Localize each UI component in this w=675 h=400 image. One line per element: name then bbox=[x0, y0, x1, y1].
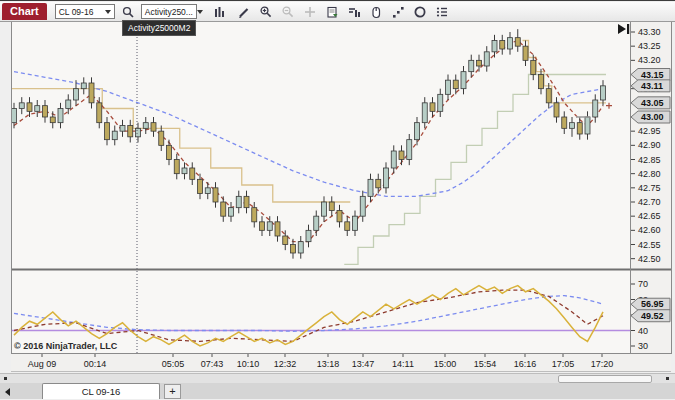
candle-body bbox=[291, 245, 296, 254]
zoom-out-icon bbox=[278, 4, 298, 20]
candle-body bbox=[531, 60, 536, 74]
candle-body bbox=[105, 123, 110, 140]
candle-body bbox=[407, 140, 412, 160]
price-tick-label: 42.55 bbox=[638, 240, 661, 250]
candle-body bbox=[415, 123, 420, 140]
instrument-selector[interactable]: CL 09-16 bbox=[55, 4, 115, 19]
candle-body bbox=[19, 103, 24, 109]
candle-body bbox=[562, 117, 567, 128]
time-tick-label: 12:32 bbox=[274, 359, 297, 369]
candle-body bbox=[50, 117, 55, 123]
scrollbar-thumb[interactable] bbox=[558, 375, 652, 383]
candle-body bbox=[430, 103, 435, 112]
candle-body bbox=[260, 222, 265, 231]
candle-body bbox=[492, 41, 497, 52]
properties-icon[interactable] bbox=[432, 4, 452, 20]
candle-body bbox=[515, 38, 520, 47]
candle-body bbox=[446, 80, 451, 94]
price-tick-label: 42.90 bbox=[638, 140, 661, 150]
instrument-selector-value: CL 09-16 bbox=[59, 7, 94, 17]
candle-body bbox=[112, 131, 117, 140]
candle-body bbox=[236, 196, 241, 207]
data-series-icon[interactable] bbox=[388, 4, 408, 20]
candle-body bbox=[306, 230, 311, 241]
candle-body bbox=[329, 202, 334, 211]
candle-body bbox=[252, 208, 257, 222]
scrollbar-right-grip[interactable] bbox=[666, 377, 669, 380]
candle-body bbox=[577, 123, 582, 134]
copyright-text: © 2016 NinjaTrader, LLC bbox=[14, 341, 117, 351]
candle-body bbox=[205, 188, 210, 194]
chart-toolbar: Chart CL 09-16 Activity250... bbox=[0, 2, 675, 22]
time-tick-label: 05:05 bbox=[162, 359, 185, 369]
price-tick-label: 42.65 bbox=[638, 211, 661, 221]
candle-body bbox=[422, 103, 427, 123]
zoom-in-icon[interactable] bbox=[256, 4, 276, 20]
crosshair-icon bbox=[300, 4, 320, 20]
interval-selector[interactable]: Activity250... bbox=[141, 4, 197, 19]
time-tick-label: Aug 09 bbox=[28, 359, 57, 369]
osc-tick-label: 30 bbox=[638, 341, 648, 351]
chart-window-tab[interactable]: Chart bbox=[2, 3, 47, 20]
time-tick-label: 15:00 bbox=[434, 359, 457, 369]
candle-body bbox=[58, 109, 63, 123]
time-tick-label: 13:47 bbox=[352, 359, 375, 369]
time-tick-label: 15:54 bbox=[474, 359, 497, 369]
time-tick-label: 10:10 bbox=[237, 359, 260, 369]
candle-body bbox=[585, 117, 590, 134]
candle-body bbox=[74, 89, 79, 100]
price-tick-label: 42.75 bbox=[638, 183, 661, 193]
candle-body bbox=[66, 100, 71, 109]
candle-body bbox=[376, 179, 381, 188]
candle-body bbox=[89, 83, 94, 103]
candle-body bbox=[151, 123, 156, 132]
cursor-tool-icon[interactable] bbox=[366, 4, 386, 20]
add-tab-button[interactable]: + bbox=[164, 384, 181, 399]
candle-body bbox=[368, 179, 373, 196]
candle-body bbox=[314, 216, 319, 230]
price-tick-label: 42.60 bbox=[638, 225, 661, 235]
price-tick-label: 43.25 bbox=[638, 41, 661, 51]
scrollbar-left-grip[interactable] bbox=[4, 377, 7, 380]
time-tick-label: 16:16 bbox=[514, 359, 537, 369]
candle-body bbox=[97, 103, 102, 123]
candle-body bbox=[384, 168, 389, 188]
osc-tick-label: 40 bbox=[638, 326, 648, 336]
bar-type-icon[interactable] bbox=[209, 4, 229, 20]
candle-body bbox=[546, 89, 551, 103]
candle-body bbox=[399, 151, 404, 160]
candle-body bbox=[484, 52, 489, 66]
price-tick-label: 43.20 bbox=[638, 55, 661, 65]
candle-body bbox=[27, 103, 32, 112]
candle-body bbox=[174, 160, 179, 174]
candle-body bbox=[120, 126, 125, 132]
candle-body bbox=[438, 94, 443, 111]
chevron-down-icon bbox=[105, 10, 111, 14]
candle-body bbox=[167, 145, 172, 159]
candle-body bbox=[198, 179, 203, 193]
candle-body bbox=[190, 168, 195, 179]
candle-body bbox=[523, 46, 528, 60]
candle-body bbox=[143, 123, 148, 129]
snapshot-icon[interactable] bbox=[322, 4, 342, 20]
indicators-panel-icon[interactable] bbox=[344, 4, 364, 20]
price-marker-value: 43.05 bbox=[641, 98, 664, 108]
document-tab[interactable]: CL 09-16 bbox=[42, 383, 160, 399]
candle-body bbox=[244, 196, 249, 207]
candle-body bbox=[221, 202, 226, 216]
interval-tooltip: Activity25000M2 bbox=[122, 20, 196, 36]
price-marker-value: 43.00 bbox=[641, 112, 664, 122]
drawing-tools-icon[interactable] bbox=[234, 4, 254, 20]
candle-body bbox=[213, 188, 218, 202]
price-marker-value: 43.11 bbox=[641, 81, 663, 91]
instrument-search-icon[interactable] bbox=[118, 4, 138, 20]
candle-body bbox=[229, 208, 234, 217]
candle-body bbox=[337, 211, 342, 222]
price-tick-label: 42.95 bbox=[638, 126, 661, 136]
osc-tick-label: 70 bbox=[638, 279, 648, 289]
candle-body bbox=[539, 75, 544, 89]
candle-body bbox=[182, 168, 187, 174]
tab-scroll-left-icon[interactable] bbox=[5, 388, 10, 396]
candle-body bbox=[267, 222, 272, 231]
ellipse-tool-icon[interactable] bbox=[410, 4, 430, 20]
